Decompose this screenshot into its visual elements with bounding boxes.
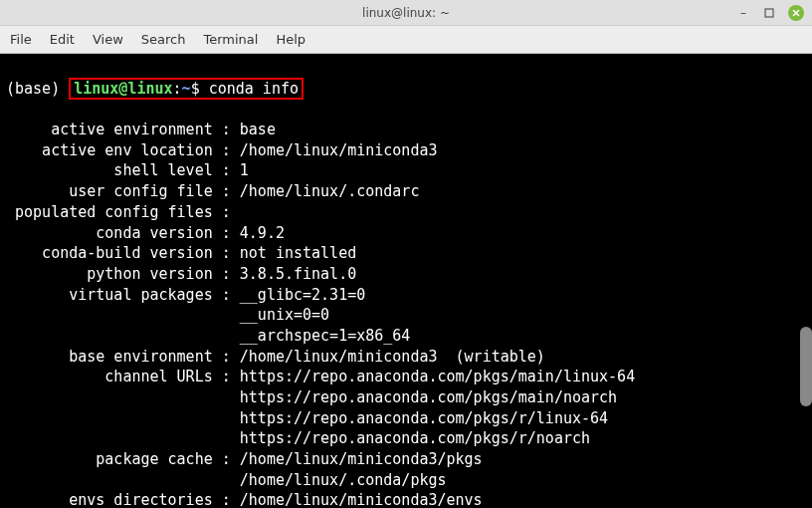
label-user-config: user config file :	[6, 182, 240, 200]
window-controls: –	[736, 5, 804, 21]
prompt-command: conda info	[209, 80, 299, 98]
menubar: File Edit View Search Terminal Help	[0, 26, 812, 54]
scrollbar[interactable]	[800, 54, 812, 508]
value-channel-urls-2: https://repo.anaconda.com/pkgs/main/noar…	[6, 388, 617, 406]
value-shell-level: 1	[240, 161, 249, 179]
prompt-dollar: $	[191, 80, 209, 98]
value-pkg-cache-2: /home/linux/.conda/pkgs	[6, 471, 447, 489]
label-active-env-loc: active env location :	[6, 141, 240, 159]
label-populated: populated config files :	[6, 203, 231, 221]
value-active-env: base	[240, 121, 276, 138]
value-virtual-pkgs-3: __archspec=1=x86_64	[6, 327, 410, 345]
label-pkg-cache: package cache :	[6, 450, 240, 468]
label-active-env: active environment :	[6, 121, 240, 138]
prompt-path: ~	[182, 80, 191, 98]
value-base-env: /home/linux/miniconda3 (writable)	[240, 348, 545, 366]
prompt-base: (base)	[6, 80, 69, 98]
close-button[interactable]	[788, 5, 804, 21]
terminal-body[interactable]: (base) linux@linux:~$ conda info active …	[0, 54, 812, 508]
menu-help[interactable]: Help	[276, 32, 305, 47]
label-conda-version: conda version :	[6, 224, 240, 242]
value-user-config: /home/linux/.condarc	[240, 182, 420, 200]
value-conda-version: 4.9.2	[240, 224, 285, 242]
label-python-version: python version :	[6, 265, 240, 283]
value-pkg-cache-1: /home/linux/miniconda3/pkgs	[240, 450, 483, 468]
label-base-env: base environment :	[6, 348, 240, 366]
menu-terminal[interactable]: Terminal	[203, 32, 258, 47]
window-title: linux@linux: ~	[362, 6, 450, 20]
prompt-colon: :	[173, 80, 182, 98]
maximize-button[interactable]	[762, 6, 776, 20]
minimize-button[interactable]: –	[736, 6, 750, 20]
value-channel-urls-1: https://repo.anaconda.com/pkgs/main/linu…	[240, 368, 635, 385]
value-envs-dirs-1: /home/linux/miniconda3/envs	[240, 491, 483, 508]
value-virtual-pkgs-2: __unix=0=0	[6, 306, 329, 324]
value-channel-urls-3: https://repo.anaconda.com/pkgs/r/linux-6…	[6, 409, 608, 427]
label-virtual-pkgs: virtual packages :	[6, 286, 240, 304]
titlebar: linux@linux: ~ –	[0, 0, 812, 26]
value-conda-build: not installed	[240, 244, 356, 262]
scrollbar-thumb[interactable]	[800, 327, 812, 406]
command-highlight: linux@linux:~$ conda info	[69, 78, 304, 100]
value-virtual-pkgs-1: __glibc=2.31=0	[240, 286, 365, 304]
label-shell-level: shell level :	[6, 161, 240, 179]
label-channel-urls: channel URLs :	[6, 368, 240, 385]
label-envs-dirs: envs directories :	[6, 491, 240, 508]
value-active-env-loc: /home/linux/miniconda3	[240, 141, 438, 159]
terminal-window: linux@linux: ~ – File Edit View Search T…	[0, 0, 812, 508]
menu-view[interactable]: View	[93, 32, 123, 47]
menu-edit[interactable]: Edit	[50, 32, 75, 47]
prompt-user: linux@linux	[74, 80, 172, 98]
svg-rect-0	[765, 9, 773, 17]
value-channel-urls-4: https://repo.anaconda.com/pkgs/r/noarch	[6, 429, 590, 447]
label-conda-build: conda-build version :	[6, 244, 240, 262]
menu-file[interactable]: File	[10, 32, 32, 47]
value-python-version: 3.8.5.final.0	[240, 265, 356, 283]
menu-search[interactable]: Search	[141, 32, 186, 47]
